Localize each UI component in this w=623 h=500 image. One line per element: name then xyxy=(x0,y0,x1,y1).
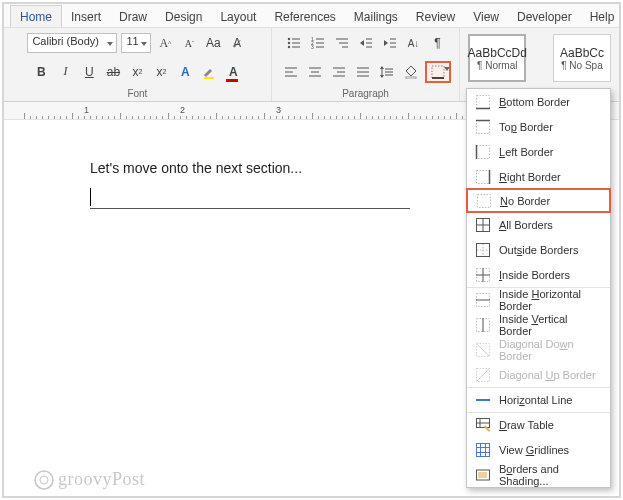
border-option-ddown: Diagonal Down Border xyxy=(467,337,610,362)
line-spacing-icon[interactable] xyxy=(377,62,397,82)
border-option-left[interactable]: Left Border xyxy=(467,139,610,164)
font-name-select[interactable]: Calibri (Body) xyxy=(27,33,117,53)
menu-item-label: Bottom Border xyxy=(499,96,570,108)
superscript-button[interactable]: x2 xyxy=(151,62,171,82)
increase-indent-icon[interactable] xyxy=(380,33,400,53)
italic-button[interactable]: I xyxy=(55,62,75,82)
border-option-outside[interactable]: Outside Borders xyxy=(467,237,610,262)
align-center-icon[interactable] xyxy=(305,62,325,82)
menu-item-label: Borders and Shading... xyxy=(499,463,602,487)
border-option-hmid[interactable]: Inside Horizontal Border xyxy=(467,287,610,312)
menu-item-label: Inside Vertical Border xyxy=(499,313,602,337)
tab-layout[interactable]: Layout xyxy=(211,6,265,27)
style-normal[interactable]: AaBbCcDd ¶ Normal xyxy=(468,34,526,82)
svg-text:3: 3 xyxy=(311,44,314,50)
border-option-bottom[interactable]: Bottom Border xyxy=(467,89,610,114)
tab-home[interactable]: Home xyxy=(10,5,62,27)
tab-draw[interactable]: Draw xyxy=(110,6,156,27)
ribbon-tabs: HomeInsertDrawDesignLayoutReferencesMail… xyxy=(4,4,619,28)
border-option-grid[interactable]: View Gridlines xyxy=(467,437,610,462)
menu-item-label: Diagonal Down Border xyxy=(499,338,602,362)
svg-point-3 xyxy=(287,42,289,44)
bold-button[interactable]: B xyxy=(31,62,51,82)
menu-item-label: Top Border xyxy=(499,121,553,133)
tab-insert[interactable]: Insert xyxy=(62,6,110,27)
font-size-select[interactable]: 11 xyxy=(121,33,151,53)
grow-font-icon[interactable]: A^ xyxy=(155,33,175,53)
menu-item-label: View Gridlines xyxy=(499,444,569,456)
svg-marker-20 xyxy=(384,40,388,46)
paragraph-group-label: Paragraph xyxy=(342,88,389,100)
border-option-shade[interactable]: Borders and Shading... xyxy=(467,462,610,487)
borders-button[interactable] xyxy=(425,61,451,83)
svg-point-83 xyxy=(40,476,48,484)
tab-developer[interactable]: Developer xyxy=(508,6,581,27)
border-option-right[interactable]: Right Border xyxy=(467,164,610,189)
clear-format-icon[interactable]: A̷ xyxy=(227,33,247,53)
svg-rect-45 xyxy=(477,95,490,108)
svg-point-1 xyxy=(287,38,289,40)
justify-icon[interactable] xyxy=(353,62,373,82)
svg-rect-53 xyxy=(478,194,491,207)
strike-button[interactable]: ab xyxy=(103,62,123,82)
menu-item-label: Horizontal Line xyxy=(499,394,572,406)
svg-rect-75 xyxy=(477,443,490,456)
tab-design[interactable]: Design xyxy=(156,6,211,27)
svg-rect-0 xyxy=(204,77,214,79)
svg-rect-47 xyxy=(477,120,490,133)
border-option-top[interactable]: Top Border xyxy=(467,114,610,139)
style-no-spacing[interactable]: AaBbCc ¶ No Spa xyxy=(553,34,611,82)
tab-mailings[interactable]: Mailings xyxy=(345,6,407,27)
tab-view[interactable]: View xyxy=(464,6,508,27)
svg-point-82 xyxy=(35,471,53,489)
svg-point-5 xyxy=(287,46,289,48)
svg-rect-42 xyxy=(406,77,416,79)
watermark: groovyPost xyxy=(34,469,145,490)
borders-dropdown: Bottom BorderTop BorderLeft BorderRight … xyxy=(466,88,611,488)
border-option-hline[interactable]: Horizontal Line xyxy=(467,387,610,412)
menu-item-label: Diagonal Up Border xyxy=(499,369,596,381)
border-option-draw[interactable]: Draw Table xyxy=(467,412,610,437)
numbering-icon[interactable]: 123 xyxy=(308,33,328,53)
align-right-icon[interactable] xyxy=(329,62,349,82)
svg-rect-81 xyxy=(478,472,487,478)
sort-icon[interactable]: A↓ xyxy=(404,33,424,53)
svg-marker-38 xyxy=(380,75,384,78)
border-option-none[interactable]: No Border xyxy=(466,188,611,213)
font-color-icon[interactable]: A xyxy=(223,62,243,82)
border-option-dup: Diagonal Up Border xyxy=(467,362,610,387)
decrease-indent-icon[interactable] xyxy=(356,33,376,53)
show-marks-icon[interactable]: ¶ xyxy=(428,33,448,53)
text-cursor xyxy=(90,188,91,206)
shading-icon[interactable] xyxy=(401,62,421,82)
style-preview-text: AaBbCc xyxy=(560,46,604,60)
align-left-icon[interactable] xyxy=(281,62,301,82)
tab-review[interactable]: Review xyxy=(407,6,464,27)
svg-line-70 xyxy=(477,369,489,381)
text-effects-icon[interactable]: A xyxy=(175,62,195,82)
svg-rect-43 xyxy=(432,66,444,78)
border-option-all[interactable]: All Borders xyxy=(467,212,610,237)
bullets-icon[interactable] xyxy=(284,33,304,53)
change-case-icon[interactable]: Aa xyxy=(203,33,223,53)
watermark-text: groovyPost xyxy=(58,469,145,490)
menu-item-label: Inside Borders xyxy=(499,269,570,281)
svg-rect-51 xyxy=(477,170,490,183)
border-option-inside[interactable]: Inside Borders xyxy=(467,262,610,287)
subscript-button[interactable]: x2 xyxy=(127,62,147,82)
font-group: Calibri (Body) 11 A^ Aˇ Aa A̷ B I U ab x… xyxy=(4,28,272,101)
menu-item-label: Inside Horizontal Border xyxy=(499,288,602,312)
border-option-vmid[interactable]: Inside Vertical Border xyxy=(467,312,610,337)
tab-help[interactable]: Help xyxy=(581,6,623,27)
menu-item-label: All Borders xyxy=(499,219,553,231)
horizontal-line xyxy=(90,208,410,209)
underline-button[interactable]: U xyxy=(79,62,99,82)
multilevel-icon[interactable] xyxy=(332,33,352,53)
shrink-font-icon[interactable]: Aˇ xyxy=(179,33,199,53)
style-name-label: ¶ No Spa xyxy=(561,60,603,71)
highlight-color-icon[interactable] xyxy=(199,62,219,82)
svg-line-68 xyxy=(477,344,489,356)
font-size-value: 11 xyxy=(126,35,138,47)
svg-rect-49 xyxy=(477,145,490,158)
tab-references[interactable]: References xyxy=(265,6,344,27)
